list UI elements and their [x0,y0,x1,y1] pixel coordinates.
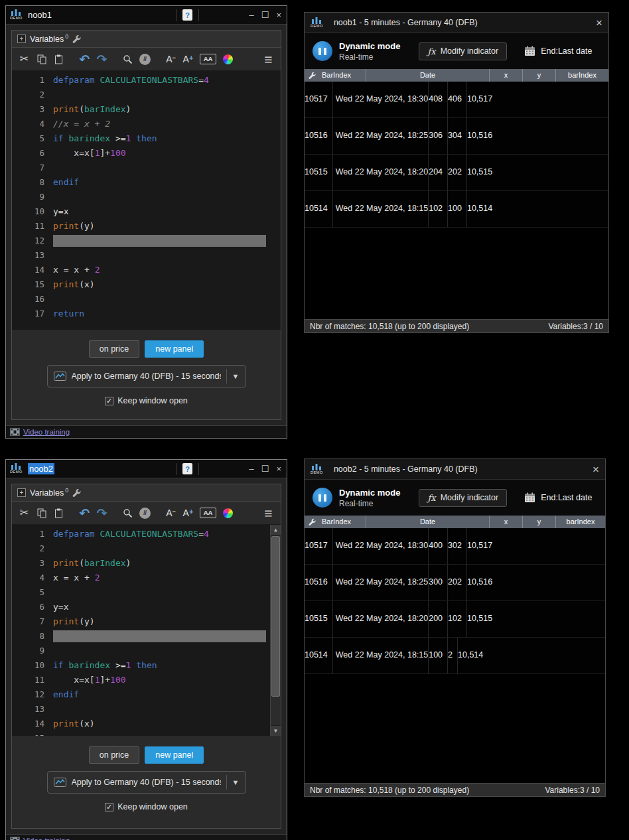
code-scrollbar[interactable]: ▲ ▼ [270,525,281,736]
code-line[interactable]: 7 [12,161,281,175]
code-line[interactable]: 17return [12,307,281,321]
keep-open-row[interactable]: ✓ Keep window open [105,802,188,811]
redo-icon[interactable]: ↷ [96,52,107,66]
expand-variables-icon[interactable]: + [17,35,26,43]
table-row[interactable]: 10517Wed 22 May 2024, 18:3040840610,517 [305,82,608,118]
column-header[interactable]: y [522,69,555,82]
column-header[interactable]: Date [366,516,489,528]
end-date-control[interactable]: End:Last date [524,492,592,503]
end-date-control[interactable]: End:Last date [524,46,592,56]
apply-dropdown[interactable]: Apply to Germany 40 (DFB) - 15 seconds ▼ [47,771,246,794]
help-icon[interactable]: ? [182,463,192,474]
code-line[interactable]: 4x = x + 2 [12,571,281,585]
window-title[interactable]: noob1 [28,10,52,20]
columns-settings-wrench-icon[interactable] [309,72,316,79]
maximize-button[interactable]: ☐ [261,464,269,473]
color-wheel-icon[interactable] [222,52,234,66]
on-price-button[interactable]: on price [89,340,139,358]
column-header[interactable]: x [489,69,522,82]
output-titlebar[interactable]: DEMO noob1 - 5 minutes - Germany 40 (DFB… [305,13,608,33]
columns-settings-wrench-icon[interactable] [309,518,316,525]
column-header[interactable]: BarIndex [322,69,351,82]
output-titlebar[interactable]: DEMO noob2 - 5 minutes - Germany 40 (DFB… [305,459,605,480]
decrease-font-icon[interactable]: A− [165,506,176,520]
close-button[interactable]: × [593,464,599,475]
font-case-icon[interactable]: AA [200,508,216,518]
code-line[interactable]: 9 [12,644,281,658]
modify-indicator-button[interactable]: ƒx Modify indicator [419,42,507,60]
variables-settings-wrench-icon[interactable] [72,35,81,43]
close-button[interactable]: × [276,11,281,19]
code-line[interactable]: 10y=x [12,204,281,219]
search-icon[interactable] [122,52,133,66]
minimize-button[interactable]: – [249,464,254,473]
column-header[interactable]: barIndex [555,516,605,528]
code-line[interactable]: 2 [12,88,281,102]
code-line[interactable]: 2 [12,541,281,556]
color-wheel-icon[interactable] [222,506,234,520]
undo-icon[interactable]: ↶ [79,52,90,66]
code-line[interactable]: 7print(y) [12,614,281,629]
code-line[interactable]: 1defparam CALCULATEONLASTBARS=4 [12,73,281,88]
video-training-link[interactable]: Video training [23,428,70,436]
code-line[interactable]: 16 [12,292,281,307]
table-row[interactable]: 10516Wed 22 May 2024, 18:2530630410,516 [305,118,608,155]
column-header[interactable]: Date [366,69,489,82]
code-editor[interactable]: 1defparam CALCULATEONLASTBARS=423print(b… [12,71,281,330]
increase-font-icon[interactable]: A+ [182,52,194,66]
code-editor[interactable]: 1defparam CALCULATEONLASTBARS=423print(b… [12,525,281,736]
code-line[interactable]: 13 [12,702,281,717]
code-line[interactable]: 4//x = x + 2 [12,117,281,131]
close-button[interactable]: × [596,17,602,29]
video-training-link[interactable]: Video training [23,837,70,840]
code-line[interactable]: 12endif [12,687,281,702]
redo-icon[interactable]: ↷ [96,506,107,520]
column-header[interactable]: x [489,516,522,528]
apply-dropdown[interactable]: Apply to Germany 40 (DFB) - 15 seconds ▼ [47,365,246,387]
code-line[interactable]: 15 [12,731,281,736]
scroll-up-icon[interactable]: ▲ [271,525,281,535]
modify-indicator-button[interactable]: ƒx Modify indicator [419,489,507,507]
new-panel-button[interactable]: new panel [145,340,204,358]
code-line[interactable]: 15print(x) [12,277,281,292]
code-line[interactable]: 11 x=x[1]+100 [12,673,281,687]
code-line[interactable]: 5 [12,585,281,600]
cut-icon[interactable]: ✂ [19,52,30,66]
code-line[interactable]: 14x = x + 2 [12,263,281,277]
code-line-highlighted[interactable]: 12 [12,234,281,248]
table-row[interactable]: 10514Wed 22 May 2024, 18:1510210010,514 [305,191,608,228]
expand-variables-icon[interactable]: + [17,488,26,497]
menu-icon[interactable]: ≡ [263,506,274,520]
keep-open-checkbox[interactable]: ✓ [105,803,113,811]
comment-icon[interactable]: // [139,508,151,519]
code-line[interactable]: 8endif [12,175,281,190]
table-row[interactable]: 10515Wed 22 May 2024, 18:2020010210,515 [305,601,605,638]
scrollbar-thumb[interactable] [271,536,280,697]
paste-icon[interactable] [53,506,64,520]
maximize-button[interactable]: ☐ [261,11,269,19]
new-panel-button[interactable]: new panel [145,746,204,764]
code-line[interactable]: 6 x=x[1]+100 [12,146,281,161]
code-line-highlighted[interactable]: 8 [12,629,281,644]
table-row[interactable]: 10515Wed 22 May 2024, 18:2020420210,515 [305,155,608,191]
code-line[interactable]: 6y=x [12,600,281,614]
keep-open-checkbox[interactable]: ✓ [105,397,113,405]
window-title[interactable]: noob2 [28,463,54,474]
code-line[interactable]: 9 [12,190,281,204]
column-header[interactable]: barIndex [555,69,608,82]
comment-icon[interactable]: // [139,54,151,65]
code-line[interactable]: 1defparam CALCULATEONLASTBARS=4 [12,527,281,541]
code-line[interactable]: 14print(x) [12,717,281,731]
table-row[interactable]: 10514Wed 22 May 2024, 18:15100210,514 [305,638,605,674]
minimize-button[interactable]: – [249,11,254,19]
on-price-button[interactable]: on price [89,746,139,764]
copy-icon[interactable] [36,506,47,520]
table-row[interactable]: 10516Wed 22 May 2024, 18:2530020210,516 [305,565,605,601]
variables-settings-wrench-icon[interactable] [72,488,81,497]
column-header[interactable]: y [522,516,555,528]
font-case-icon[interactable]: AA [200,54,216,64]
cut-icon[interactable]: ✂ [19,506,30,520]
paste-icon[interactable] [53,52,64,66]
pause-button[interactable] [313,41,332,61]
code-line[interactable]: 5if barindex >=1 then [12,131,281,146]
